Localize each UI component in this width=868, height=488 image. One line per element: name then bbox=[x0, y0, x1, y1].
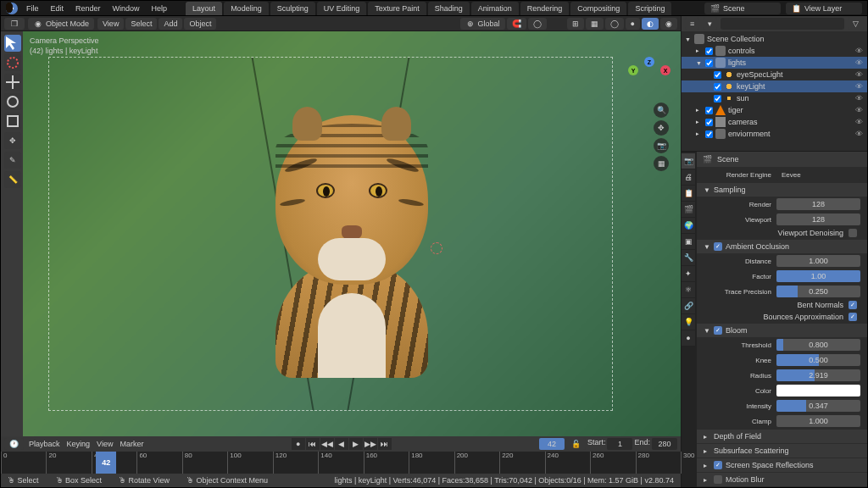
visibility-icon[interactable]: 👁 bbox=[855, 70, 864, 79]
autokey-icon[interactable]: 🔓 bbox=[566, 438, 586, 450]
tl-menu-keying[interactable]: Keying bbox=[67, 440, 91, 448]
mode-dropdown[interactable]: ◉ Object Mode bbox=[28, 18, 94, 30]
output-tab[interactable]: 🖨 bbox=[682, 169, 695, 185]
shading-solid[interactable]: ● bbox=[626, 18, 640, 30]
tree-eyeSpecLight[interactable]: eyeSpecLight👁 bbox=[682, 69, 867, 80]
axis-z[interactable]: Z bbox=[644, 57, 654, 67]
move-tool[interactable] bbox=[4, 74, 21, 91]
bloom-clamp-field[interactable]: 1.000 bbox=[776, 415, 860, 427]
vp-menu-view[interactable]: View bbox=[97, 18, 124, 30]
zoom-button[interactable]: 🔍 bbox=[654, 103, 669, 118]
start-frame-field[interactable]: 1 bbox=[607, 438, 632, 450]
tree-keyLight[interactable]: keyLight👁 bbox=[682, 80, 867, 92]
render-samples-field[interactable]: 128 bbox=[776, 198, 860, 210]
xray-toggle[interactable]: ▦ bbox=[586, 18, 604, 30]
bloom-panel[interactable]: ▼✓Bloom bbox=[697, 324, 867, 337]
bloom-thresh-field[interactable]: 0.800 bbox=[776, 339, 860, 351]
constraint-tab[interactable]: 🔗 bbox=[682, 298, 695, 313]
outliner-editor-dropdown[interactable]: ≡ bbox=[685, 18, 699, 30]
vp-menu-select[interactable]: Select bbox=[125, 18, 157, 30]
workspace-tab-layout[interactable]: Layout bbox=[186, 2, 222, 15]
bloom-color-field[interactable] bbox=[776, 385, 860, 396]
visibility-icon[interactable]: 👁 bbox=[855, 118, 864, 126]
workspace-tab-shading[interactable]: Shading bbox=[428, 2, 470, 15]
ao-checkbox[interactable]: ✓ bbox=[714, 242, 722, 251]
bloom-knee-field[interactable]: 0.500 bbox=[776, 354, 860, 366]
ortho-toggle[interactable]: ▦ bbox=[654, 156, 669, 171]
panel-motion-blur[interactable]: ▸Motion Blur bbox=[697, 473, 867, 486]
object-tab[interactable]: ▣ bbox=[682, 234, 695, 249]
scene-tab[interactable]: 🎬 bbox=[682, 202, 695, 217]
tree-enviornment[interactable]: ▸ enviornment👁 bbox=[682, 128, 867, 140]
outliner-search[interactable] bbox=[721, 18, 844, 30]
sampling-panel[interactable]: ▼Sampling bbox=[697, 183, 867, 197]
rotate-tool[interactable] bbox=[4, 93, 21, 110]
play-reverse[interactable]: ◀ bbox=[335, 438, 348, 450]
tree-controls[interactable]: ▸ controls👁 bbox=[682, 45, 867, 57]
visibility-icon[interactable]: 👁 bbox=[855, 58, 864, 67]
menu-edit[interactable]: Edit bbox=[49, 3, 66, 14]
pan-button[interactable]: ✥ bbox=[654, 120, 669, 136]
panel-depth-of-field[interactable]: ▸Depth of Field bbox=[697, 430, 867, 443]
shading-wireframe[interactable]: ◯ bbox=[605, 18, 624, 30]
render-tab[interactable]: 📷 bbox=[682, 153, 695, 169]
end-frame-field[interactable]: 280 bbox=[652, 438, 677, 450]
jump-start[interactable]: ⏮ bbox=[306, 438, 320, 450]
visibility-icon[interactable]: 👁 bbox=[855, 130, 864, 138]
proportional-edit-toggle[interactable]: ◯ bbox=[528, 18, 547, 30]
current-frame-field[interactable]: 42 bbox=[539, 438, 565, 450]
camera-view-button[interactable]: 📷 bbox=[654, 138, 669, 153]
menu-file[interactable]: File bbox=[25, 3, 41, 14]
workspace-tab-texture-paint[interactable]: Texture Paint bbox=[368, 2, 426, 15]
tree-cameras[interactable]: ▸ cameras👁 bbox=[682, 116, 867, 128]
select-tool[interactable] bbox=[4, 35, 21, 52]
tl-menu-view[interactable]: View bbox=[97, 440, 113, 448]
ao-factor-field[interactable]: 1.00 bbox=[776, 270, 860, 282]
scene-selector[interactable]: 🎬 Scene bbox=[704, 3, 781, 14]
orientation-dropdown[interactable]: ⊕ Global bbox=[460, 18, 505, 30]
world-tab[interactable]: 🌍 bbox=[682, 218, 695, 233]
menu-window[interactable]: Window bbox=[111, 3, 142, 14]
viewlayer-tab[interactable]: 📋 bbox=[682, 186, 695, 201]
workspace-tab-uv-editing[interactable]: UV Editing bbox=[317, 2, 367, 15]
bloom-checkbox[interactable]: ✓ bbox=[714, 326, 722, 335]
workspace-tab-animation[interactable]: Animation bbox=[471, 2, 519, 15]
panel-checkbox[interactable] bbox=[714, 475, 722, 484]
bloom-intensity-field[interactable]: 0.347 bbox=[776, 400, 860, 412]
bent-checkbox[interactable]: ✓ bbox=[849, 301, 857, 309]
ao-distance-field[interactable]: 1.000 bbox=[776, 255, 860, 267]
viewlayer-selector[interactable]: 📋 View Layer bbox=[786, 3, 862, 14]
physics-tab[interactable]: ⚛ bbox=[682, 282, 695, 297]
editor-type-dropdown[interactable]: ❒ bbox=[4, 18, 25, 30]
menu-help[interactable]: Help bbox=[150, 3, 170, 14]
shading-rendered[interactable]: ◉ bbox=[660, 18, 677, 30]
data-tab[interactable]: 💡 bbox=[682, 314, 695, 330]
viewport-canvas[interactable] bbox=[23, 31, 681, 436]
tree-sun[interactable]: sun👁 bbox=[682, 92, 867, 104]
material-tab[interactable]: ● bbox=[682, 330, 695, 346]
autokey-toggle[interactable]: ● bbox=[292, 438, 305, 450]
ao-trace-field[interactable]: 0.250 bbox=[776, 286, 860, 297]
axis-y[interactable]: Y bbox=[628, 65, 638, 75]
panel-screen-space-reflections[interactable]: ▸✓Screen Space Reflections bbox=[697, 458, 867, 472]
timeline-ruler[interactable]: 0204060801001201401601802002202402602803… bbox=[1, 452, 681, 474]
snap-dropdown[interactable]: 🧲 bbox=[507, 18, 526, 30]
workspace-tab-rendering[interactable]: Rendering bbox=[520, 2, 570, 15]
workspace-tab-scripting[interactable]: Scripting bbox=[628, 2, 671, 15]
axis-x[interactable]: X bbox=[660, 65, 670, 75]
jump-end[interactable]: ⏭ bbox=[378, 438, 392, 450]
nav-gizmo[interactable]: X Y Z bbox=[628, 57, 670, 99]
tree-lights[interactable]: ▼ lights👁 bbox=[682, 57, 867, 69]
measure-tool[interactable]: 📏 bbox=[4, 171, 21, 188]
workspace-tab-modeling[interactable]: Modeling bbox=[224, 2, 269, 15]
visibility-icon[interactable]: 👁 bbox=[855, 106, 864, 114]
tl-menu-playback[interactable]: Playback bbox=[29, 440, 60, 448]
workspace-tab-compositing[interactable]: Compositing bbox=[570, 2, 626, 15]
visibility-icon[interactable]: 👁 bbox=[855, 82, 864, 91]
engine-dropdown[interactable]: Eevee bbox=[776, 169, 860, 180]
viewport-samples-field[interactable]: 128 bbox=[776, 214, 860, 225]
menu-render[interactable]: Render bbox=[74, 3, 103, 14]
tree-root[interactable]: ▼ Scene Collection bbox=[682, 33, 867, 45]
panel-subsurface-scattering[interactable]: ▸Subsurface Scattering bbox=[697, 444, 867, 458]
shading-material[interactable]: ◐ bbox=[642, 18, 659, 30]
